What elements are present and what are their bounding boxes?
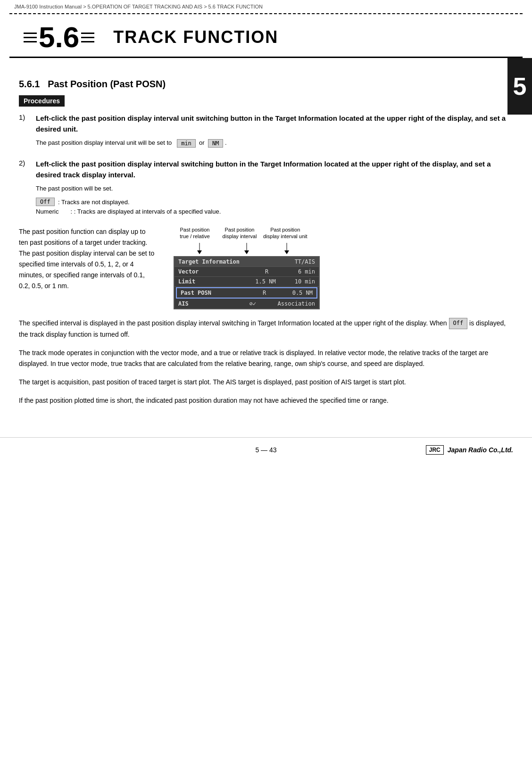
- off-inline-btn[interactable]: Off: [449, 318, 468, 329]
- radar-row-header: Target Information TT/AIS: [175, 257, 319, 267]
- numeric-note-row: Numeric : : Tracks are displayed at inte…: [36, 208, 513, 215]
- jrc-label: JRC: [426, 445, 444, 455]
- svg-marker-3: [244, 250, 249, 254]
- decoration-lines-right: [81, 31, 94, 44]
- off-button-step2[interactable]: Off: [36, 198, 55, 206]
- radar-screen: Target Information TT/AIS Vector R 6 min…: [174, 256, 320, 309]
- footer-logo: JRC Japan Radio Co.,Ltd.: [426, 445, 513, 455]
- step-1-num: 1): [19, 113, 36, 121]
- step-2-text: Left-click the past position display int…: [36, 159, 513, 180]
- step-2-subnote: The past position will be set.: [36, 185, 513, 192]
- nm-button[interactable]: NM: [208, 139, 223, 148]
- breadcrumb: JMA-9100 Instruction Manual > 5.OPERATIO…: [0, 0, 532, 13]
- body-paragraph-1: The specified interval is displayed in t…: [19, 318, 513, 340]
- diagram-label-1: Past positiontrue / relative: [174, 226, 216, 240]
- section-number-box: 5.6: [24, 23, 94, 52]
- step-1-note: The past position display interval unit …: [36, 139, 513, 148]
- step-1-text: Left-click the past position display int…: [36, 113, 513, 134]
- diagram-label-2: Past positiondisplay interval: [221, 226, 258, 240]
- svg-marker-5: [284, 250, 289, 254]
- off-text: : Tracks are not displayed.: [58, 199, 130, 206]
- radar-row-ais: AIS ⊘✓ Association: [175, 299, 319, 308]
- numeric-label: Numeric: [36, 208, 69, 215]
- main-content: 5 5.6.1 Past Position (Past POSN) Proced…: [0, 58, 532, 423]
- procedures-badge: Procedures: [19, 95, 65, 107]
- footer-page: 5 — 43: [255, 446, 276, 454]
- section-tab: 5: [507, 58, 532, 115]
- min-button[interactable]: min: [177, 139, 196, 148]
- body-paragraph-4: If the past position plotted time is sho…: [19, 395, 513, 406]
- radar-row-limit: Limit 1.5 NM 10 min: [175, 277, 319, 287]
- section-number: 5.6: [39, 23, 79, 52]
- step-1-container: 1) Left-click the past position display …: [19, 113, 513, 148]
- body-paragraph-3: The target is acquisition, past position…: [19, 377, 513, 388]
- footer: 5 — 43 JRC Japan Radio Co.,Ltd.: [0, 437, 532, 462]
- chapter-header: 5.6 TRACK FUNCTION: [9, 14, 523, 58]
- step-2-container: 2) Left-click the past position display …: [19, 159, 513, 215]
- diagram-label-3: Past positiondisplay interval unit: [263, 226, 308, 240]
- footer-company: Japan Radio Co.,Ltd.: [448, 446, 513, 454]
- radar-row-past-posn: Past POSN R 0.5 NM: [176, 287, 317, 299]
- step-2-num: 2): [19, 159, 36, 167]
- diagram-left-text: The past position function can display u…: [19, 226, 156, 292]
- step-2-row: 2) Left-click the past position display …: [19, 159, 513, 180]
- diagram-section: The past position function can display u…: [19, 226, 513, 309]
- body-paragraph-2: The track mode operates in conjunction w…: [19, 348, 513, 369]
- diagram-image: Past positiontrue / relative Past positi…: [164, 226, 513, 309]
- subsection-title: 5.6.1 Past Position (Past POSN): [19, 79, 513, 90]
- numeric-text: : : Tracks are displayed at intervals of…: [69, 208, 221, 215]
- section-title: TRACK FUNCTION: [113, 27, 278, 47]
- decoration-lines-left: [24, 31, 37, 44]
- off-note-row: Off : Tracks are not displayed.: [36, 198, 513, 206]
- radar-row-vector: Vector R 6 min: [175, 267, 319, 277]
- svg-marker-1: [197, 250, 202, 254]
- step-1-row: 1) Left-click the past position display …: [19, 113, 513, 134]
- diagram-arrows-svg: [174, 243, 320, 256]
